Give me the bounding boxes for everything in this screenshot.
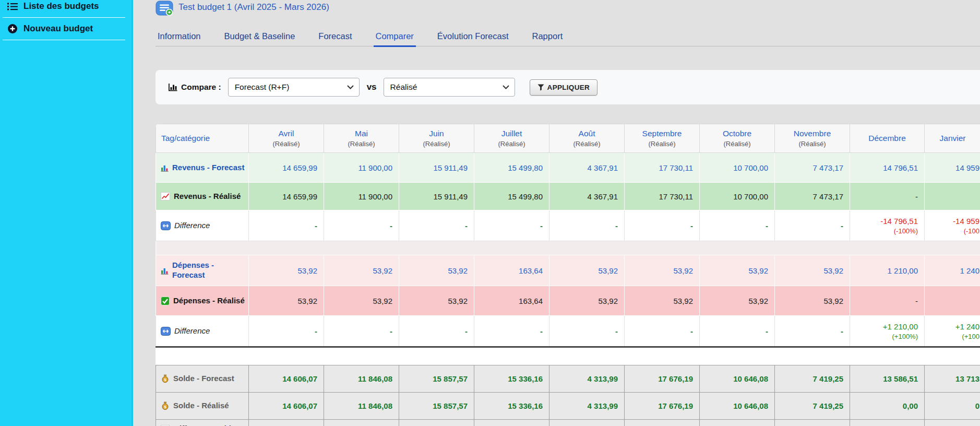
row-label-cell: Revenus - Réalisé	[156, 183, 249, 210]
cell-difference-solde-novembre: -	[775, 420, 850, 426]
diff-arrows-icon	[161, 327, 171, 336]
row-label-text: Solde - Forecast	[173, 374, 234, 384]
cell-depenses-realise-decembre: -	[850, 286, 925, 316]
bar-chart-icon	[161, 267, 169, 275]
cell-difference-revenus-septembre: -	[625, 210, 700, 241]
cell-difference-solde-octobre: -	[700, 420, 775, 426]
cell-revenus-realise-aout: 4 367,91	[549, 183, 625, 210]
sidebar-divider	[3, 40, 125, 40]
column-header-juillet: Juillet(Réalisé)	[474, 124, 549, 153]
cell-solde-forecast-decembre: 13 586,51	[850, 365, 925, 393]
row-label-revenus-realise: Revenus - Réalisé	[156, 192, 248, 202]
sidebar-item-nouveau-budget[interactable]: Nouveau budget	[0, 18, 132, 40]
row-solde-forecast: $Solde - Forecast14 606,0711 846,0815 85…	[156, 365, 980, 393]
column-header-novembre: Novembre(Réalisé)	[775, 124, 850, 153]
tab-information[interactable]: Information	[156, 28, 203, 46]
compare-select-left[interactable]: Forecast (R+F)	[228, 78, 360, 97]
tab-bar: InformationBudget & BaselineForecastComp…	[156, 28, 980, 46]
cell-difference-solde-janvier: -13 713	[925, 420, 980, 426]
column-header-janvier: Janvier	[925, 124, 980, 153]
row-label-solde-forecast: $Solde - Forecast	[156, 374, 248, 384]
cell-depenses-forecast-septembre: 53,92	[625, 255, 700, 286]
page-title[interactable]: Test budget 1 (Avril 2025 - Mars 2026)	[178, 2, 329, 13]
cell-solde-realise-juin: 15 857,57	[399, 393, 474, 420]
tab-evolution-forecast[interactable]: Évolution Forecast	[435, 28, 511, 46]
column-header-octobre: Octobre(Réalisé)	[700, 124, 775, 153]
cell-depenses-forecast-juillet: 163,64	[474, 255, 549, 286]
cell-difference-solde-aout: -	[549, 420, 625, 426]
row-label-difference-revenus: Difference	[156, 221, 248, 231]
cell-difference-solde-juillet: -	[474, 420, 549, 426]
cell-solde-forecast-janvier: 13 713	[925, 365, 980, 393]
row-label-cell: Dépenses - Forecast	[156, 255, 249, 286]
bar-chart-icon	[161, 164, 169, 172]
row-label-difference-solde: Difference Solde	[156, 420, 248, 426]
row-label-cell: Dépenses - Réalisé	[156, 286, 249, 316]
svg-text:$: $	[164, 405, 166, 409]
row-depenses-realise: Dépenses - Réalisé53,9253,9253,92163,645…	[156, 286, 980, 316]
cell-solde-realise-avril: 14 606,07	[249, 393, 324, 420]
cell-revenus-forecast-novembre: 7 473,17	[775, 153, 850, 183]
apply-button[interactable]: APPLIQUER	[530, 79, 597, 96]
main-content: Test budget 1 (Avril 2025 - Mars 2026) I…	[133, 0, 980, 426]
compare-toolbar: Compare : Forecast (R+F) vs Réalisé APPL…	[156, 70, 980, 104]
cell-revenus-realise-decembre: -	[850, 183, 925, 210]
cell-difference-revenus-octobre: -	[700, 210, 775, 241]
row-label-depenses-forecast[interactable]: Dépenses - Forecast	[156, 261, 248, 280]
cell-difference-revenus-juin: -	[399, 210, 474, 241]
tab-budget-baseline[interactable]: Budget & Baseline	[222, 28, 297, 46]
column-header-avril: Avril(Réalisé)	[249, 124, 324, 153]
cell-solde-forecast-juin: 15 857,57	[399, 365, 474, 393]
sidebar-item-label: Liste des budgets	[23, 1, 99, 11]
cell-difference-revenus-novembre: -	[775, 210, 850, 241]
row-revenus-realise: Revenus - Réalisé14 659,9911 900,0015 91…	[156, 183, 980, 210]
cell-solde-realise-decembre: 0,00	[850, 393, 925, 420]
comparison-table: Tag/catégorieAvril(Réalisé)Mai(Réalisé)J…	[156, 124, 980, 426]
cell-depenses-realise-janvier	[925, 286, 980, 316]
sidebar-item-liste-budgets[interactable]: Liste des budgets	[0, 0, 132, 17]
cell-revenus-forecast-octobre: 10 700,00	[700, 153, 775, 183]
funnel-icon	[537, 84, 544, 91]
column-header-decembre: Décembre	[850, 124, 925, 153]
cell-depenses-realise-juin: 53,92	[399, 286, 474, 316]
apply-button-label: APPLIQUER	[547, 84, 590, 91]
tab-rapport[interactable]: Rapport	[530, 28, 565, 46]
cell-depenses-realise-juillet: 163,64	[474, 286, 549, 316]
cell-revenus-forecast-avril: 14 659,99	[249, 153, 324, 183]
cell-difference-depenses-novembre: -	[775, 316, 850, 347]
row-label-text: Solde - Réalisé	[173, 401, 229, 411]
cell-revenus-forecast-mai: 11 900,00	[324, 153, 399, 183]
table-header-row: Tag/catégorieAvril(Réalisé)Mai(Réalisé)J…	[156, 124, 980, 153]
cell-depenses-forecast-juin: 53,92	[399, 255, 474, 286]
cell-difference-solde-juin: -	[399, 420, 474, 426]
comparison-table-wrap: Tag/catégorieAvril(Réalisé)Mai(Réalisé)J…	[156, 124, 980, 426]
cell-depenses-realise-avril: 53,92	[249, 286, 324, 316]
cell-solde-realise-aout: 4 313,99	[549, 393, 625, 420]
cell-difference-depenses-juillet: -	[474, 316, 549, 347]
row-label-cell: $Solde - Forecast	[156, 365, 249, 393]
cell-depenses-forecast-mai: 53,92	[324, 255, 399, 286]
cell-revenus-realise-mai: 11 900,00	[324, 183, 399, 210]
chevron-down-icon	[503, 85, 509, 89]
cell-difference-revenus-juillet: -	[474, 210, 549, 241]
cell-revenus-forecast-juin: 15 911,49	[399, 153, 474, 183]
tab-comparer[interactable]: Comparer	[374, 28, 416, 47]
tab-forecast[interactable]: Forecast	[316, 28, 354, 46]
cell-solde-realise-novembre: 7 419,25	[775, 393, 850, 420]
row-label-cell: Difference Solde	[156, 420, 249, 426]
cell-difference-revenus-janvier: -14 959(-100	[925, 210, 980, 241]
compare-select-right[interactable]: Réalisé	[384, 78, 515, 97]
cell-solde-realise-septembre: 17 676,19	[625, 393, 700, 420]
cell-difference-solde-mai: -	[324, 420, 399, 426]
row-label-depenses-realise: Dépenses - Réalisé	[156, 296, 248, 306]
cell-revenus-realise-janvier	[925, 183, 980, 210]
cell-difference-solde-decembre: -13 586,51	[850, 420, 925, 426]
chevron-down-icon	[347, 85, 354, 89]
cell-solde-forecast-mai: 11 846,08	[324, 365, 399, 393]
row-label-difference-depenses: Difference	[156, 326, 248, 336]
money-bag-icon: $	[161, 401, 170, 410]
cell-solde-forecast-novembre: 7 419,25	[775, 365, 850, 393]
budget-icon	[156, 1, 173, 16]
cell-depenses-realise-aout: 53,92	[549, 286, 625, 316]
row-label-revenus-forecast[interactable]: Revenus - Forecast	[156, 163, 248, 173]
